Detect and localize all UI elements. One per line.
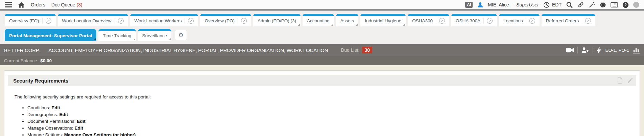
requirement-level: Edit — [59, 112, 68, 117]
open-in-new-icon[interactable]: ↗ — [42, 18, 51, 24]
tab-row-primary: Overview (EO) ↗ Work Location Overview ↗… — [5, 14, 644, 26]
context-bar: BETTER CORP. ACCOUNT, EMPLOYER ORGANIZAT… — [0, 44, 644, 56]
card-header: Security Requirements — [8, 75, 636, 86]
tab-label: OSHA300 — [412, 18, 433, 23]
tab[interactable]: Industrial Hygiene — [360, 14, 406, 26]
nav-doc-queue[interactable]: Doc Queue (3) — [51, 2, 82, 7]
document-icon[interactable] — [617, 77, 623, 84]
open-in-new-icon[interactable]: ↗ — [238, 18, 247, 24]
ai-badge[interactable]: AI — [465, 2, 473, 8]
nav-orders[interactable]: Orders — [31, 2, 45, 7]
user-role: - SuperUser — [514, 2, 539, 7]
tab-label: Industrial Hygiene — [365, 18, 401, 23]
timezone-label: EDT — [552, 2, 562, 7]
scope-list: ACCOUNT, EMPLOYER ORGANIZATION, INDUSTRI… — [48, 47, 328, 53]
tab-label: Locations — [503, 18, 523, 23]
open-in-new-icon[interactable]: ↗ — [115, 18, 124, 24]
tab[interactable]: OSHA 300A ↗ — [451, 14, 497, 26]
tab[interactable]: Referred Orders ↗ — [542, 14, 596, 26]
globe-icon[interactable] — [600, 2, 606, 8]
company-name: BETTER CORP. — [4, 47, 40, 53]
requirement-item: Document Permissions: Edit — [27, 119, 634, 124]
tab-label: OSHA 300A — [456, 18, 480, 23]
tab-label: Portal Management: Supervisor Portal — [9, 33, 92, 38]
requirement-level: Edit — [77, 119, 86, 124]
bar-chart-icon[interactable] — [633, 47, 640, 53]
tab-label: Work Location Workers — [135, 18, 182, 23]
requirement-name: Document Permissions: — [27, 119, 76, 124]
requirement-level: Edit — [75, 126, 84, 131]
tab-label: Admin (EO/PO) (3) — [258, 18, 296, 23]
due-list-label: Due List: — [341, 47, 359, 53]
requirement-name: Demographics: — [27, 112, 58, 117]
tab[interactable]: Surveillance — [138, 29, 172, 41]
tab-settings-button[interactable]: ⚙ — [175, 30, 187, 40]
requirement-name: Manage Observations: — [27, 126, 73, 131]
intro-text: The following security settings are requ… — [15, 94, 634, 99]
tab[interactable]: Work Location Workers ↗ — [130, 14, 198, 26]
help-icon[interactable]: ? — [622, 2, 629, 8]
requirement-name: Manage Settings: — [27, 132, 63, 136]
org-shortcut-label[interactable]: EO-1, PO-1 — [605, 48, 629, 53]
requirement-item: Manage Settings: Manage Own Settings (or… — [27, 132, 634, 136]
requirement-name: Conditions: — [27, 105, 50, 110]
user-name[interactable]: MIE, Alice — [488, 2, 509, 7]
requirements-list: Conditions: Edit Demographics: Edit Docu… — [27, 105, 634, 136]
link-icon[interactable] — [577, 1, 584, 8]
tab[interactable]: Time Tracking — [98, 29, 136, 41]
divider — [593, 47, 593, 53]
tab-label: Assets — [340, 18, 354, 23]
tab[interactable]: OSHA300 ↗ — [408, 14, 449, 26]
fold-corner-icon — [356, 24, 358, 26]
card-title: Security Requirements — [13, 78, 68, 84]
requirement-item: Conditions: Edit — [27, 105, 634, 111]
due-list-badge[interactable]: 30 — [362, 47, 372, 53]
tab[interactable]: Portal Management: Supervisor Portal — [5, 29, 96, 41]
gear-icon: ⚙ — [178, 31, 184, 39]
open-in-new-icon[interactable]: ↗ — [436, 18, 445, 24]
tab[interactable]: Overview (EO) ↗ — [5, 14, 56, 26]
divider — [577, 47, 578, 53]
tab[interactable]: Locations ↗ — [499, 14, 540, 26]
balance-label: Current Balance: — [4, 58, 38, 63]
home-icon[interactable] — [18, 2, 25, 8]
tab[interactable]: Assets — [336, 14, 359, 26]
open-in-new-icon[interactable]: ↗ — [483, 18, 493, 24]
keyboard-icon[interactable] — [611, 2, 618, 8]
hamburger-menu-icon[interactable] — [5, 2, 12, 7]
tab-group: Portal Management: Supervisor Portal Tim… — [5, 29, 171, 41]
open-in-new-icon[interactable]: ↗ — [526, 18, 535, 24]
open-in-new-icon[interactable]: ↗ — [582, 18, 591, 24]
balance-value: $0.00 — [40, 58, 52, 63]
presence-indicator[interactable] — [633, 2, 639, 8]
tab-label: Time Tracking — [103, 33, 131, 38]
tab[interactable]: Work Location Overview ↗ — [58, 14, 128, 26]
fold-corner-icon — [133, 38, 135, 40]
clock-icon — [543, 2, 550, 8]
requirement-item: Demographics: Edit — [27, 112, 634, 117]
tab-label: Referred Orders — [546, 18, 579, 23]
doc-queue-count: (3) — [77, 2, 82, 7]
tab-label: Overview (EO) — [9, 18, 39, 23]
tab-label: Surveillance — [142, 33, 167, 38]
security-requirements-card: Security Requirements The following secu… — [4, 70, 640, 136]
tab-label: Work Location Overview — [62, 18, 112, 23]
tab-label: Overview (PO) — [205, 18, 235, 23]
lightning-bolt-icon[interactable] — [597, 47, 601, 53]
requirement-level: Manage Own Settings (or higher) — [64, 132, 136, 136]
tab[interactable]: Overview (PO) ↗ — [200, 14, 251, 26]
search-icon[interactable] — [566, 1, 573, 8]
tab-strip: Overview (EO) ↗ Work Location Overview ↗… — [0, 10, 644, 44]
video-camera-icon[interactable] — [566, 47, 574, 53]
tab-label: Accounting — [307, 18, 330, 23]
open-in-new-icon[interactable]: ↗ — [185, 18, 194, 24]
tab[interactable]: Accounting — [303, 14, 334, 26]
add-person-icon[interactable] — [581, 47, 589, 53]
edit-pencil-icon[interactable] — [627, 78, 633, 83]
top-bar: Orders Doc Queue (3) AI MIE, Alice - Sup… — [0, 0, 644, 10]
magic-wand-icon[interactable] — [589, 1, 595, 8]
fold-corner-icon — [403, 24, 405, 26]
tab[interactable]: Admin (EO/PO) (3) — [253, 14, 301, 26]
fold-corner-icon — [331, 24, 333, 26]
svg-text:?: ? — [624, 3, 627, 7]
